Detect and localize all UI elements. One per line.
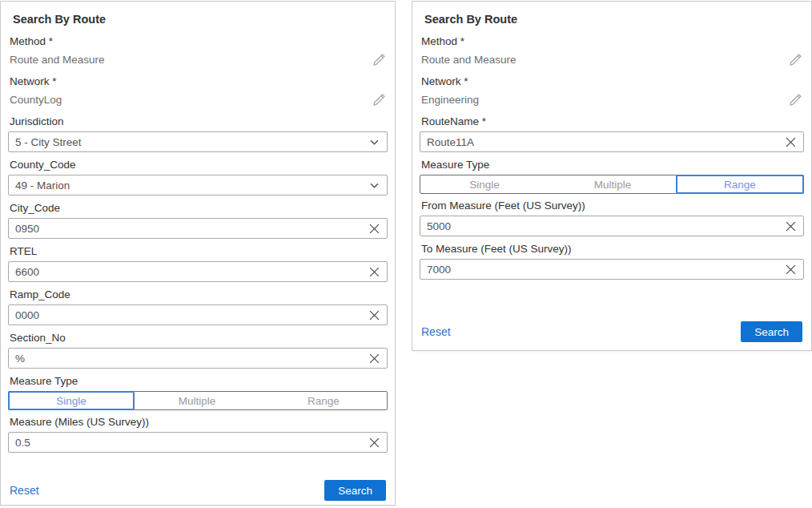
clear-x-icon[interactable] [778,260,803,279]
measure-type-option-multiple[interactable]: Multiple [134,392,260,409]
rtel-input[interactable] [9,266,361,278]
panel-footer: Reset Search [8,480,388,501]
pencil-icon[interactable] [788,92,802,107]
panel-title: Search By Route [424,13,804,26]
jurisdiction-select[interactable]: 5 - City Street [8,131,388,152]
county-code-group: County_Code 49 - Marion [8,159,388,196]
from-measure-label: From Measure (Feet (US Survey)) [421,200,804,212]
ramp-code-group: Ramp_Code [8,288,388,325]
pencil-icon[interactable] [372,52,386,67]
network-value: CountyLog [10,94,62,106]
section-no-input[interactable] [9,353,361,365]
chevron-down-icon [361,132,387,151]
measure-type-option-single[interactable]: Single [420,175,549,193]
rtel-input-wrap [8,261,388,282]
from-measure-group: From Measure (Feet (US Survey)) [420,200,804,236]
route-name-label: RouteName * [421,115,804,128]
measure-type-option-multiple[interactable]: Multiple [549,175,677,193]
network-label: Network * [421,75,804,88]
measure-input-wrap [8,432,388,453]
from-measure-input[interactable] [420,220,778,232]
search-by-route-panel-right: Search By Route Method * Route and Measu… [412,1,812,351]
measure-type-option-range[interactable]: Range [260,392,387,409]
county-code-label: County_Code [10,159,388,171]
measure-type-group: Measure Type Single Multiple Range [8,375,388,410]
network-value: Engineering [421,94,479,106]
measure-group: Measure (Miles (US Survey)) [8,416,388,453]
network-value-row: Engineering [421,91,802,107]
measure-type-group: Measure Type Single Multiple Range [420,159,804,194]
pencil-icon[interactable] [788,52,802,67]
jurisdiction-label: Jurisdiction [10,115,388,128]
to-measure-input[interactable] [420,264,778,276]
section-no-label: Section_No [10,332,388,345]
reset-link[interactable]: Reset [421,325,451,338]
county-code-select[interactable]: 49 - Marion [8,175,388,196]
measure-type-segmented-control: Single Multiple Range [420,175,804,194]
reset-link[interactable]: Reset [10,484,39,497]
measure-input[interactable] [9,437,361,449]
city-code-input[interactable] [9,223,361,235]
clear-x-icon[interactable] [778,216,803,236]
chevron-down-icon [361,175,387,195]
measure-label: Measure (Miles (US Survey)) [10,416,388,429]
network-value-row: CountyLog [10,91,386,107]
clear-x-icon[interactable] [778,132,803,151]
city-code-input-wrap [8,218,388,239]
clear-x-icon[interactable] [361,219,387,238]
route-name-group: RouteName * [420,115,804,152]
measure-type-segmented-control: Single Multiple Range [8,391,388,410]
measure-type-label: Measure Type [421,159,804,171]
search-by-route-panel-left: Search By Route Method * Route and Measu… [0,1,396,506]
clear-x-icon[interactable] [361,262,387,281]
search-button[interactable]: Search [741,321,802,342]
jurisdiction-selected-value: 5 - City Street [9,136,361,148]
method-label: Method * [10,35,388,48]
method-value-row: Route and Measure [421,51,802,67]
to-measure-group: To Measure (Feet (US Survey)) [420,243,804,280]
ramp-code-input[interactable] [9,309,361,321]
rtel-group: RTEL [8,245,388,282]
section-no-group: Section_No [8,332,388,369]
panel-title: Search By Route [13,13,388,26]
network-label: Network * [10,75,388,88]
clear-x-icon[interactable] [361,433,387,452]
to-measure-label: To Measure (Feet (US Survey)) [421,243,804,256]
rtel-label: RTEL [10,245,388,258]
clear-x-icon[interactable] [361,349,387,368]
to-measure-input-wrap [420,259,804,280]
measure-type-option-single[interactable]: Single [8,391,135,410]
section-no-input-wrap [8,348,388,369]
ramp-code-label: Ramp_Code [10,288,388,301]
city-code-label: City_Code [10,202,388,215]
method-value-row: Route and Measure [10,51,386,67]
route-name-input-wrap [420,131,804,152]
method-value: Route and Measure [421,54,517,66]
measure-type-label: Measure Type [10,375,388,388]
jurisdiction-group: Jurisdiction 5 - City Street [8,115,388,152]
route-name-input[interactable] [420,136,778,148]
method-label: Method * [421,35,804,48]
search-button[interactable]: Search [324,480,386,501]
ramp-code-input-wrap [8,304,388,325]
method-value: Route and Measure [10,54,105,66]
panel-footer: Reset Search [420,321,804,342]
measure-type-option-range[interactable]: Range [676,175,804,194]
county-code-selected-value: 49 - Marion [9,179,361,192]
pencil-icon[interactable] [372,92,386,107]
from-measure-input-wrap [420,216,804,236]
page: Search By Route Method * Route and Measu… [0,0,812,508]
city-code-group: City_Code [8,202,388,239]
clear-x-icon[interactable] [361,305,387,325]
